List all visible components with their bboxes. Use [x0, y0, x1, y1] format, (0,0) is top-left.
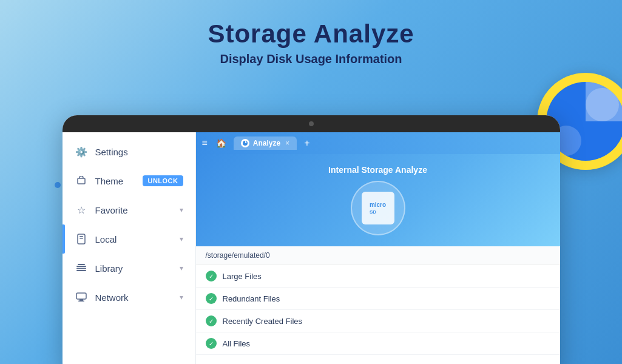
svg-rect-10 — [78, 301, 84, 302]
sd-circle: microSD — [351, 181, 405, 235]
sd-card-icon: microSD — [362, 192, 394, 224]
sidebar-label-network: Network — [95, 292, 180, 303]
analyze-title: Internal Storage Analyze — [328, 165, 427, 175]
sidebar-item-local[interactable]: Local ▾ — [63, 224, 195, 254]
file-label-large: Large Files — [223, 272, 262, 281]
sidebar-label-theme: Theme — [95, 176, 143, 186]
file-item-large[interactable]: ✓ Large Files — [196, 265, 560, 288]
network-chevron: ▾ — [180, 293, 183, 302]
sd-card-text: microSD — [370, 201, 386, 215]
svg-rect-2 — [79, 236, 83, 237]
sidebar-item-network[interactable]: Network ▾ — [63, 283, 195, 312]
menu-icon[interactable]: ≡ — [202, 138, 208, 149]
tab-add-button[interactable]: + — [304, 138, 309, 149]
check-icon-large: ✓ — [206, 271, 217, 281]
sidebar-item-library[interactable]: Library ▾ — [63, 254, 195, 283]
sidebar-item-settings[interactable]: ⚙️ Settings — [63, 137, 195, 166]
check-icon-recent: ✓ — [206, 315, 217, 326]
favorite-icon: ☆ — [75, 203, 88, 217]
unlock-badge: UNLOCK — [143, 175, 183, 186]
tablet-top-bar — [63, 115, 560, 132]
active-indicator — [63, 224, 65, 254]
page-title: Storage Analyze — [0, 19, 622, 49]
sd-card-container: microSD — [351, 181, 405, 235]
library-chevron: ▾ — [180, 264, 183, 272]
file-label-redundant: Redundant Files — [223, 294, 280, 303]
sidebar-item-favorite[interactable]: ☆ Favorite ▾ — [63, 195, 195, 224]
favorite-chevron: ▾ — [180, 206, 183, 214]
main-area: ≡ 🏠 Analyze × + Internal Storage Analyze — [196, 132, 560, 364]
library-icon — [75, 261, 88, 275]
tablet-frame: ⚙️ Settings Theme UNLOCK ☆ Favorite ▾ — [63, 115, 560, 364]
svg-rect-6 — [76, 270, 86, 271]
file-label-all: All Files — [223, 339, 251, 348]
sidebar: ⚙️ Settings Theme UNLOCK ☆ Favorite ▾ — [63, 132, 196, 364]
settings-icon: ⚙️ — [75, 145, 88, 158]
network-icon — [75, 291, 88, 304]
analyze-hero: Internal Storage Analyze microSD — [196, 154, 560, 246]
file-item-recent[interactable]: ✓ Recently Created Files — [196, 310, 560, 332]
svg-rect-5 — [76, 268, 86, 269]
svg-rect-4 — [76, 266, 86, 267]
svg-rect-1 — [78, 234, 85, 244]
file-list: /storage/emulated/0 ✓ Large Files ✓ Redu… — [196, 246, 560, 364]
tab-analyze-icon — [241, 139, 249, 147]
sidebar-label-local: Local — [95, 234, 180, 244]
sidebar-label-settings: Settings — [95, 147, 183, 157]
path-bar: /storage/emulated/0 — [196, 246, 560, 265]
svg-rect-8 — [76, 293, 86, 299]
tab-bar: ≡ 🏠 Analyze × + — [196, 132, 560, 154]
sidebar-item-theme[interactable]: Theme UNLOCK — [63, 166, 195, 195]
file-label-recent: Recently Created Files — [223, 317, 303, 326]
theme-icon — [75, 174, 88, 187]
page-subtitle: Display Disk Usage Information — [0, 52, 622, 66]
svg-rect-3 — [79, 238, 83, 239]
svg-rect-0 — [78, 178, 85, 184]
file-item-all[interactable]: ✓ All Files — [196, 332, 560, 355]
sidebar-label-library: Library — [95, 263, 180, 274]
check-icon-all: ✓ — [206, 338, 217, 349]
check-icon-redundant: ✓ — [206, 293, 217, 304]
tab-analyze[interactable]: Analyze × — [234, 136, 297, 150]
tab-analyze-label: Analyze — [253, 139, 280, 147]
local-chevron: ▾ — [180, 235, 183, 243]
sidebar-label-favorite: Favorite — [95, 205, 180, 215]
tablet-camera — [309, 121, 314, 126]
file-item-redundant[interactable]: ✓ Redundant Files — [196, 288, 560, 310]
svg-rect-7 — [78, 264, 85, 265]
home-icon[interactable]: 🏠 — [216, 138, 226, 148]
local-icon — [75, 232, 88, 246]
left-indicator-dot — [55, 182, 61, 188]
tab-close-icon[interactable]: × — [285, 139, 289, 147]
